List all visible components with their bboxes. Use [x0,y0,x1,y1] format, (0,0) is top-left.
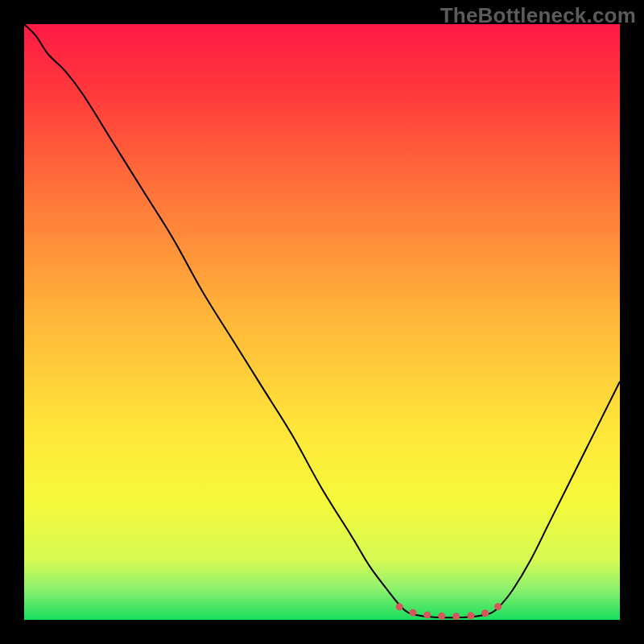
chart-frame: TheBottleneck.com [0,0,644,644]
gradient-background [24,24,620,620]
plot-area [24,24,620,620]
chart-svg [24,24,620,620]
